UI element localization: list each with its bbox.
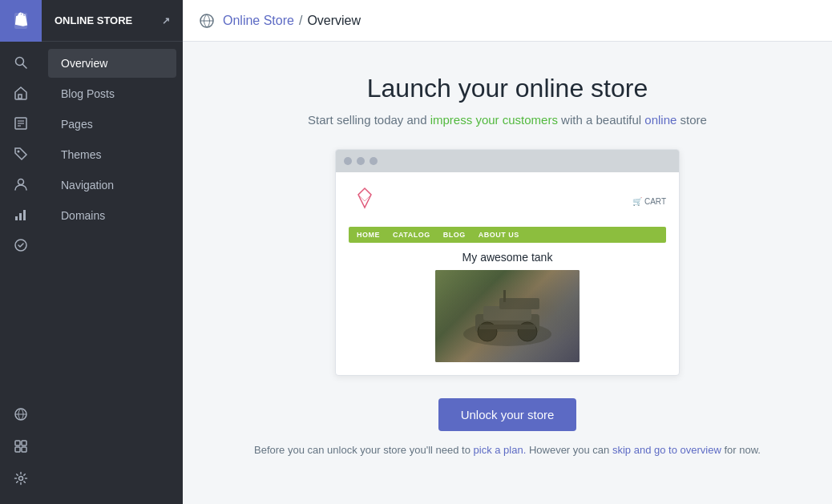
- svg-rect-26: [503, 290, 506, 302]
- preview-nav-about: ABOUT US: [479, 231, 519, 239]
- breadcrumb-separator: /: [299, 14, 302, 28]
- svg-rect-12: [19, 213, 22, 220]
- svg-rect-11: [15, 216, 18, 220]
- disclaimer-after: for now.: [721, 444, 761, 456]
- svg-text:S: S: [17, 14, 24, 26]
- skip-link[interactable]: skip and go to overview: [612, 444, 721, 456]
- sidebar-title: ONLINE STORE: [55, 14, 132, 26]
- shopify-logo[interactable]: S: [0, 0, 42, 42]
- sidebar: ONLINE STORE ↗ Overview Blog Posts Pages…: [42, 0, 183, 504]
- settings-icon[interactable]: [5, 464, 37, 493]
- subtitle-after: store: [677, 113, 707, 127]
- preview-product-title: My awesome tank: [349, 251, 666, 264]
- preview-dot-1: [344, 157, 352, 165]
- store-preview: 🛒 CART HOME CATALOG BLOG ABOUT US My awe…: [335, 149, 680, 376]
- svg-line-3: [22, 64, 26, 68]
- unlock-button[interactable]: Unlock your store: [438, 398, 577, 431]
- breadcrumb-current: Overview: [307, 14, 361, 28]
- sidebar-header: ONLINE STORE ↗: [42, 0, 183, 42]
- search-icon[interactable]: [5, 48, 37, 77]
- subtitle-highlight1: impress your customers: [430, 113, 558, 127]
- svg-point-10: [18, 179, 24, 185]
- svg-rect-17: [22, 441, 26, 446]
- preview-nav-bar: HOME CATALOG BLOG ABOUT US: [349, 227, 666, 243]
- preview-logo: [349, 185, 381, 217]
- globe-icon: [199, 13, 215, 29]
- svg-rect-29: [479, 325, 535, 329]
- launch-subtitle: Start selling today and impress your cus…: [308, 113, 707, 127]
- svg-rect-13: [23, 210, 26, 220]
- sidebar-item-navigation[interactable]: Navigation: [48, 171, 176, 200]
- customers-icon[interactable]: [5, 170, 37, 199]
- svg-rect-4: [18, 95, 22, 99]
- svg-point-9: [18, 151, 20, 153]
- breadcrumb-link[interactable]: Online Store: [223, 14, 294, 28]
- preview-cart: 🛒 CART: [632, 197, 666, 206]
- sidebar-nav: Overview Blog Posts Pages Themes Navigat…: [42, 42, 183, 237]
- preview-body: 🛒 CART HOME CATALOG BLOG ABOUT US My awe…: [336, 172, 679, 375]
- preview-header: 🛒 CART: [349, 182, 666, 220]
- preview-nav-catalog: CATALOG: [393, 231, 430, 239]
- disclaimer-before: Before you can unlock your store you'll …: [254, 444, 473, 456]
- disclaimer-middle: However you can: [526, 444, 612, 456]
- subtitle-highlight2: online: [644, 113, 677, 127]
- preview-dot-3: [370, 157, 378, 165]
- marketing-icon[interactable]: [5, 231, 37, 260]
- pick-plan-link[interactable]: pick a plan.: [474, 444, 527, 456]
- apps-icon[interactable]: [5, 432, 37, 461]
- svg-rect-16: [15, 441, 20, 446]
- subtitle-middle: with a beautiful: [558, 113, 644, 127]
- bottom-disclaimer: Before you can unlock your store you'll …: [254, 444, 761, 456]
- preview-dot-2: [357, 157, 365, 165]
- analytics-icon[interactable]: [5, 200, 37, 229]
- icon-bar-bottom: [5, 400, 37, 504]
- subtitle-before: Start selling today and: [308, 113, 430, 127]
- svg-rect-19: [22, 447, 26, 452]
- sidebar-item-blog-posts[interactable]: Blog Posts: [48, 79, 176, 108]
- icon-bar: S: [0, 0, 42, 504]
- online-store-icon[interactable]: [5, 400, 37, 429]
- breadcrumb: Online Store / Overview: [223, 14, 361, 28]
- main-area: Online Store / Overview Launch your onli…: [183, 0, 832, 504]
- tag-icon[interactable]: [5, 139, 37, 168]
- svg-point-20: [19, 477, 23, 481]
- sidebar-item-pages[interactable]: Pages: [48, 110, 176, 139]
- preview-nav-home: HOME: [357, 231, 380, 239]
- sidebar-item-overview[interactable]: Overview: [48, 49, 176, 78]
- external-link-icon[interactable]: ↗: [162, 15, 170, 26]
- preview-product-image: [435, 270, 580, 362]
- preview-topbar: [336, 150, 679, 172]
- home-icon[interactable]: [5, 79, 37, 107]
- svg-rect-18: [15, 447, 20, 452]
- topbar: Online Store / Overview: [183, 0, 832, 42]
- sidebar-item-domains[interactable]: Domains: [48, 201, 176, 230]
- sidebar-item-themes[interactable]: Themes: [48, 140, 176, 169]
- launch-title: Launch your online store: [367, 74, 648, 103]
- preview-nav-blog: BLOG: [443, 231, 466, 239]
- orders-icon[interactable]: [5, 109, 37, 138]
- main-content: Launch your online store Start selling t…: [183, 42, 832, 504]
